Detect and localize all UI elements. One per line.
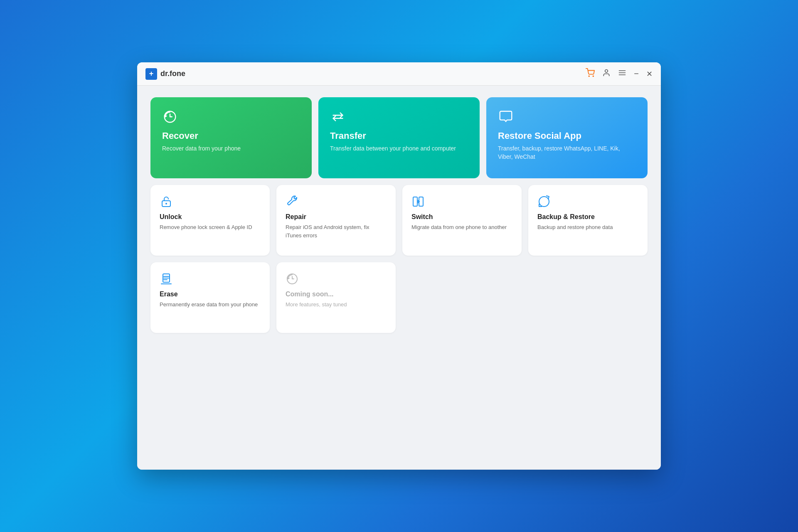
repair-title: Repair <box>286 213 306 221</box>
restore-social-desc: Transfer, backup, restore WhatsApp, LINE… <box>498 145 636 161</box>
unlock-card[interactable]: Unlock Remove phone lock screen & Apple … <box>150 185 270 256</box>
coming-soon-card: Coming soon... More features, stay tuned <box>276 262 396 333</box>
account-icon[interactable] <box>602 69 611 79</box>
close-icon[interactable]: ✕ <box>646 69 653 79</box>
recover-desc: Recover data from your phone <box>162 145 300 153</box>
svg-rect-11 <box>413 197 417 206</box>
backup-restore-desc: Backup and restore phone data <box>537 223 613 232</box>
unlock-desc: Remove phone lock screen & Apple ID <box>160 223 252 232</box>
svg-point-0 <box>589 76 590 76</box>
switch-title: Switch <box>411 213 433 221</box>
logo-area: + dr.fone <box>145 68 586 80</box>
recover-card[interactable]: Recover Recover data from your phone <box>150 97 312 178</box>
switch-card[interactable]: Switch Migrate data from one phone to an… <box>402 185 522 256</box>
repair-desc: Repair iOS and Android system, fix iTune… <box>286 223 387 239</box>
top-cards-row: Recover Recover data from your phone Tra… <box>150 97 648 178</box>
bottom-row2: Erase Permanently erase data from your p… <box>150 262 648 333</box>
restore-social-title: Restore Social App <box>498 131 636 141</box>
unlock-title: Unlock <box>160 213 182 221</box>
backup-restore-title: Backup & Restore <box>537 213 595 221</box>
transfer-title: Transfer <box>330 131 468 141</box>
coming-soon-title: Coming soon... <box>286 291 334 298</box>
svg-point-1 <box>593 76 594 76</box>
restore-social-card[interactable]: Restore Social App Transfer, backup, res… <box>486 97 648 178</box>
transfer-desc: Transfer data between your phone and com… <box>330 145 468 153</box>
placeholder-3 <box>402 262 522 333</box>
transfer-card[interactable]: Transfer Transfer data between your phon… <box>318 97 480 178</box>
cart-icon[interactable] <box>586 68 595 79</box>
title-bar: + dr.fone − ✕ <box>137 62 661 86</box>
repair-card[interactable]: Repair Repair iOS and Android system, fi… <box>276 185 396 256</box>
erase-title: Erase <box>160 291 178 298</box>
erase-card[interactable]: Erase Permanently erase data from your p… <box>150 262 270 333</box>
title-bar-controls: − ✕ <box>586 68 653 79</box>
app-title: dr.fone <box>160 69 185 78</box>
svg-point-10 <box>165 203 167 204</box>
minimize-icon[interactable]: − <box>634 69 639 79</box>
bottom-row1: Unlock Remove phone lock screen & Apple … <box>150 185 648 256</box>
menu-icon[interactable] <box>618 69 626 79</box>
coming-soon-desc: More features, stay tuned <box>286 300 347 309</box>
recover-title: Recover <box>162 131 300 141</box>
svg-point-2 <box>605 70 608 73</box>
placeholder-4 <box>528 262 648 333</box>
logo-icon: + <box>145 68 157 80</box>
backup-restore-card[interactable]: Backup & Restore Backup and restore phon… <box>528 185 648 256</box>
main-content: Recover Recover data from your phone Tra… <box>137 86 661 470</box>
erase-desc: Permanently erase data from your phone <box>160 300 258 309</box>
app-window: + dr.fone − ✕ <box>137 62 661 470</box>
switch-desc: Migrate data from one phone to another <box>411 223 507 232</box>
